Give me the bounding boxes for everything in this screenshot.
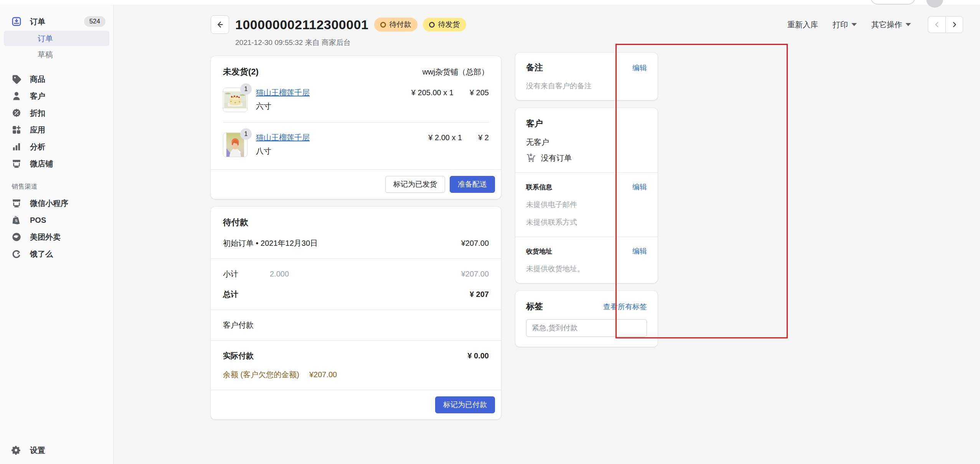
view-all-tags-link[interactable]: 查看所有标签 (603, 302, 647, 312)
sales-channels-heading: 销售渠道 (0, 172, 113, 195)
ring-icon (429, 22, 435, 28)
sidebar-item-label: 订单 (30, 17, 45, 27)
status-badge-fulfillment: 待发货 (423, 18, 466, 31)
print-dropdown[interactable]: 打印 (833, 20, 857, 30)
balance-label: 余额 (客户欠您的金额) (223, 370, 299, 380)
next-order-button[interactable] (945, 16, 963, 33)
sidebar-item-eleme[interactable]: 饿了么 (0, 245, 113, 262)
sidebar-item-products[interactable]: 商品 (0, 71, 113, 88)
product-image: 1 (223, 88, 247, 112)
sidebar-item-microstore[interactable]: 微店铺 (0, 155, 113, 172)
tags-card: 标签 查看所有标签 (515, 291, 658, 347)
prepare-delivery-button[interactable]: 准备配送 (450, 176, 495, 193)
orders-inbox-icon (12, 17, 21, 27)
product-link[interactable]: 猫山王榴莲千层 (256, 133, 310, 143)
chevron-down-icon (906, 23, 911, 26)
sidebar-item-orders[interactable]: 订单 524 (0, 13, 113, 30)
total-amount: ¥ 207 (470, 290, 489, 299)
card-title: 客户 (526, 118, 647, 129)
notes-empty-text: 没有来自客户的备注 (526, 81, 647, 91)
paid-label: 实际付款 (223, 351, 467, 361)
balance-amount: ¥207.00 (309, 370, 337, 379)
notes-card: 备注 编辑 没有来自客户的备注 (515, 53, 658, 100)
person-icon (12, 91, 21, 101)
order-header: 100000002112300001 待付款 待发货 2021-12-30 09… (114, 5, 980, 48)
variant-label: 八寸 (256, 146, 428, 156)
customer-payment-label: 客户付款 (223, 320, 254, 330)
subtotal-amount: ¥207.00 (461, 270, 489, 278)
sidebar-item-apps[interactable]: 应用 (0, 121, 113, 138)
ring-icon (380, 22, 386, 28)
previous-order-button[interactable] (928, 16, 945, 33)
shopping-bag-icon: S (12, 215, 21, 225)
variant-label: 六寸 (256, 101, 411, 111)
sidebar-item-settings[interactable]: 设置 (0, 442, 113, 459)
top-search-pill[interactable] (870, 0, 916, 5)
quantity-badge: 1 (240, 128, 252, 140)
edit-shipping-link[interactable]: 编辑 (632, 246, 647, 256)
subtotal-qty: 2.000 (270, 270, 461, 278)
card-title: 标签 (526, 301, 543, 312)
badge-label: 待发货 (438, 20, 460, 30)
tag-icon (12, 74, 21, 84)
card-title: 未发货(2) (223, 66, 259, 78)
no-phone-text: 未提供联系方式 (526, 217, 647, 227)
edit-notes-link[interactable]: 编辑 (632, 63, 647, 73)
sidebar-item-label: POS (30, 216, 46, 225)
bar-chart-icon (12, 142, 21, 152)
sidebar-item-label: 微信小程序 (30, 198, 68, 209)
storefront-icon (12, 198, 21, 208)
sidebar-item-discounts[interactable]: 折扣 (0, 104, 113, 121)
sidebar-subitem-orders[interactable]: 订单 (4, 31, 109, 46)
sidebar-item-customers[interactable]: 客户 (0, 88, 113, 104)
location-name: wwj杂货铺（总部） (422, 67, 489, 77)
original-order-label: 初始订单 • 2021年12月30日 (223, 238, 461, 249)
print-label: 打印 (833, 20, 848, 30)
more-actions-dropdown[interactable]: 其它操作 (871, 20, 911, 30)
page-title: 100000002112300001 (235, 17, 369, 32)
tags-input[interactable] (526, 319, 647, 337)
sidebar: 订单 524 订单 草稿 商品 客户 折扣 应用 分析 (0, 5, 114, 464)
more-actions-label: 其它操作 (871, 20, 902, 30)
storefront-icon (12, 159, 21, 169)
sidebar-item-label: 分析 (30, 142, 45, 152)
contact-info-heading: 联系信息 (526, 183, 552, 192)
sidebar-item-pos[interactable]: S POS (0, 212, 113, 229)
sidebar-item-label: 饿了么 (30, 249, 53, 259)
orders-count-badge: 524 (84, 16, 106, 27)
meituan-icon (12, 232, 21, 242)
sidebar-item-label: 客户 (30, 91, 45, 101)
mark-as-shipped-button[interactable]: 标记为已发货 (385, 176, 445, 193)
sidebar-item-label: 商品 (30, 74, 45, 85)
sidebar-item-label: 美团外卖 (30, 232, 61, 242)
mark-as-paid-button[interactable]: 标记为已付款 (435, 396, 495, 413)
no-address-text: 未提供收货地址。 (526, 264, 647, 274)
sidebar-item-label: 应用 (30, 125, 45, 135)
payment-card: 待付款 初始订单 • 2021年12月30日 ¥207.00 小计 2.000 … (211, 207, 501, 419)
sidebar-item-label: 微店铺 (30, 159, 53, 169)
sidebar-item-wechat-miniprogram[interactable]: 微信小程序 (0, 195, 113, 212)
card-title: 待付款 (223, 217, 248, 228)
svg-text:S: S (15, 219, 18, 223)
customer-card: 客户 无客户 没有订单 联系信息 编辑 未提供电子邮件 (515, 108, 658, 283)
unfulfilled-card: 未发货(2) wwj杂货铺（总部） (211, 56, 501, 199)
card-title: 备注 (526, 62, 543, 73)
edit-contact-link[interactable]: 编辑 (632, 182, 647, 192)
badge-label: 待付款 (389, 20, 411, 30)
discount-icon (12, 108, 21, 118)
restock-button[interactable]: 重新入库 (787, 20, 818, 30)
no-orders-text: 没有订单 (541, 153, 572, 163)
product-link[interactable]: 猫山王榴莲千层 (256, 88, 310, 98)
sidebar-item-label: 设置 (30, 445, 45, 456)
back-button[interactable] (211, 15, 229, 34)
status-badge-payment: 待付款 (374, 18, 417, 31)
sidebar-subitem-drafts[interactable]: 草稿 (4, 47, 109, 62)
top-bar (0, 0, 980, 5)
no-customer-text: 无客户 (526, 137, 647, 147)
total-label: 总计 (223, 289, 470, 300)
line-total: ¥ 2 (478, 133, 489, 157)
cart-icon (526, 153, 536, 163)
quantity-badge: 1 (240, 83, 252, 95)
sidebar-item-analytics[interactable]: 分析 (0, 138, 113, 155)
sidebar-item-meituan[interactable]: 美团外卖 (0, 229, 113, 245)
